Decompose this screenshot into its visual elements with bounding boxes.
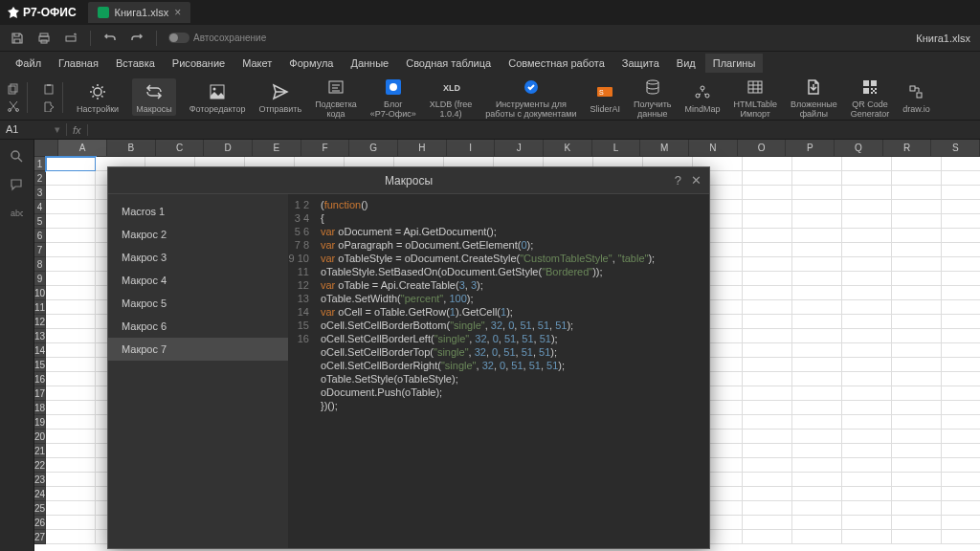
cell[interactable] bbox=[792, 186, 842, 200]
cell[interactable] bbox=[892, 530, 942, 544]
cell[interactable] bbox=[942, 286, 980, 300]
cell[interactable] bbox=[892, 372, 942, 386]
cell[interactable] bbox=[46, 444, 96, 458]
row-header[interactable]: 26 bbox=[34, 516, 46, 530]
cell[interactable] bbox=[46, 458, 96, 473]
cell[interactable] bbox=[892, 200, 942, 214]
menu-формула[interactable]: Формула bbox=[281, 54, 341, 73]
cell[interactable] bbox=[892, 329, 942, 343]
cell[interactable] bbox=[842, 487, 892, 501]
cell[interactable] bbox=[792, 214, 842, 229]
ribbon-xldb--free[interactable]: XLDBXLDB (free1.0.4) bbox=[430, 76, 473, 120]
cell[interactable] bbox=[892, 444, 942, 458]
ribbon-mindmap[interactable]: MindMap bbox=[685, 80, 721, 115]
cell[interactable] bbox=[792, 272, 842, 286]
ribbon-макросы[interactable]: Макросы bbox=[132, 78, 176, 117]
cell[interactable] bbox=[792, 501, 842, 516]
cell[interactable] bbox=[942, 415, 980, 430]
col-header[interactable]: A bbox=[58, 140, 107, 157]
cell[interactable] bbox=[46, 401, 96, 415]
ribbon-qr-code[interactable]: QR CodeGenerator bbox=[851, 76, 890, 120]
cell[interactable] bbox=[743, 300, 792, 315]
cell[interactable] bbox=[842, 358, 892, 372]
quick-print-icon[interactable] bbox=[63, 31, 78, 46]
col-header[interactable]: Q bbox=[835, 140, 883, 157]
cell[interactable] bbox=[743, 358, 792, 372]
cell[interactable] bbox=[743, 157, 792, 171]
cell[interactable] bbox=[792, 401, 842, 415]
cell[interactable] bbox=[942, 358, 980, 372]
cell[interactable] bbox=[46, 516, 96, 530]
cell[interactable] bbox=[743, 487, 792, 501]
cell[interactable] bbox=[942, 257, 980, 272]
cell[interactable] bbox=[942, 229, 980, 243]
cut-icon[interactable] bbox=[6, 99, 21, 113]
macro-item[interactable]: Макрос 6 bbox=[108, 315, 288, 338]
cell[interactable] bbox=[942, 243, 980, 257]
row-header[interactable]: 2 bbox=[34, 171, 46, 186]
cell[interactable] bbox=[892, 473, 942, 487]
cell[interactable] bbox=[792, 229, 842, 243]
cell[interactable] bbox=[46, 501, 96, 516]
cell[interactable] bbox=[842, 444, 892, 458]
row-header[interactable]: 17 bbox=[34, 386, 46, 401]
cell[interactable] bbox=[892, 157, 942, 171]
cell[interactable] bbox=[792, 343, 842, 358]
cell[interactable] bbox=[792, 386, 842, 401]
cell[interactable] bbox=[842, 386, 892, 401]
row-header[interactable]: 25 bbox=[34, 501, 46, 516]
cell[interactable] bbox=[792, 315, 842, 329]
cell[interactable] bbox=[842, 372, 892, 386]
cell[interactable] bbox=[892, 343, 942, 358]
macro-item[interactable]: Макрос 2 bbox=[108, 223, 288, 246]
cell[interactable] bbox=[842, 257, 892, 272]
cell[interactable] bbox=[46, 315, 96, 329]
ribbon-фоторедактор[interactable]: Фоторедактор bbox=[189, 80, 246, 115]
cell[interactable] bbox=[792, 372, 842, 386]
cell[interactable] bbox=[942, 372, 980, 386]
comments-icon[interactable] bbox=[10, 178, 25, 193]
cell[interactable] bbox=[942, 530, 980, 544]
cell[interactable] bbox=[892, 229, 942, 243]
cell[interactable] bbox=[46, 243, 96, 257]
cell[interactable] bbox=[46, 487, 96, 501]
cell[interactable] bbox=[842, 430, 892, 444]
cell[interactable] bbox=[892, 243, 942, 257]
cell[interactable] bbox=[942, 516, 980, 530]
col-header[interactable]: F bbox=[301, 140, 350, 157]
cell[interactable] bbox=[46, 257, 96, 272]
cell[interactable] bbox=[942, 487, 980, 501]
cell[interactable] bbox=[46, 200, 96, 214]
cell[interactable] bbox=[842, 329, 892, 343]
cell[interactable] bbox=[942, 473, 980, 487]
search-icon[interactable] bbox=[10, 149, 25, 165]
macro-item[interactable]: Macros 1 bbox=[108, 200, 288, 223]
cell[interactable] bbox=[892, 430, 942, 444]
cell[interactable] bbox=[743, 272, 792, 286]
row-header[interactable]: 11 bbox=[34, 300, 46, 315]
cell[interactable] bbox=[743, 171, 792, 186]
col-header[interactable]: J bbox=[495, 140, 544, 157]
cell[interactable] bbox=[46, 386, 96, 401]
cell[interactable] bbox=[792, 171, 842, 186]
menu-рисование[interactable]: Рисование bbox=[165, 54, 233, 73]
cell[interactable] bbox=[743, 372, 792, 386]
cell[interactable] bbox=[46, 358, 96, 372]
cell[interactable] bbox=[842, 229, 892, 243]
dialog-titlebar[interactable]: Макросы ? ✕ bbox=[108, 167, 709, 194]
menu-макет[interactable]: Макет bbox=[234, 54, 279, 73]
cell[interactable] bbox=[792, 329, 842, 343]
cell[interactable] bbox=[892, 401, 942, 415]
cell[interactable] bbox=[892, 516, 942, 530]
format-painter-icon[interactable] bbox=[41, 99, 56, 113]
cell[interactable] bbox=[743, 530, 792, 544]
cell[interactable] bbox=[792, 286, 842, 300]
cell[interactable] bbox=[743, 200, 792, 214]
cell[interactable] bbox=[792, 473, 842, 487]
cell[interactable] bbox=[743, 329, 792, 343]
cell[interactable] bbox=[942, 272, 980, 286]
print-icon[interactable] bbox=[36, 31, 52, 46]
row-header[interactable]: 23 bbox=[34, 473, 46, 487]
cell[interactable] bbox=[743, 501, 792, 516]
row-header[interactable]: 21 bbox=[34, 444, 46, 458]
